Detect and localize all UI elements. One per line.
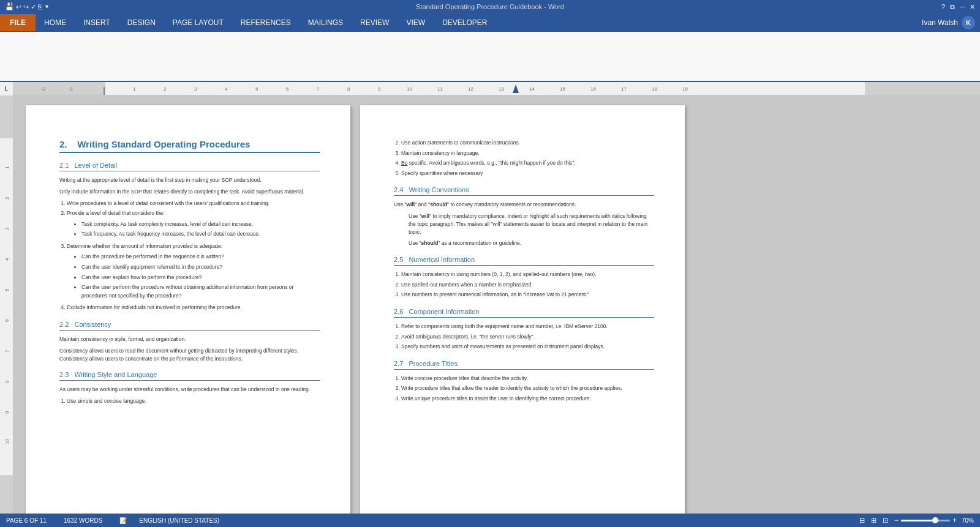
svg-text:3: 3: [4, 227, 10, 230]
zoom-control: − + 70%: [894, 516, 974, 525]
svg-text:3: 3: [194, 86, 197, 92]
svg-text:9: 9: [378, 86, 381, 92]
file-tab[interactable]: FILE: [0, 14, 36, 31]
writing-style-continued-list: Use action statements to communicate ins…: [394, 139, 654, 178]
tab-home[interactable]: HOME: [36, 14, 75, 31]
tab-design[interactable]: DESIGN: [119, 14, 164, 31]
tab-review[interactable]: REVIEW: [352, 14, 398, 31]
component-item-1: Refer to components using both the equip…: [401, 323, 654, 331]
consistency-para1: Maintain consistency in style, format, a…: [59, 335, 320, 343]
svg-rect-0: [13, 82, 980, 95]
help-button[interactable]: ?: [941, 3, 945, 10]
horizontal-ruler: -2 -1 1 2 3 4 5 6 7 8 9 10 11 12 13 14 1…: [13, 82, 980, 95]
svg-text:7: 7: [317, 86, 320, 92]
level-detail-para2: Only include information in the SOP that…: [59, 188, 320, 196]
svg-rect-26: [0, 95, 13, 514]
section-2-4-heading: 2.4 Writing Conventions: [394, 186, 654, 196]
writing-conventions-para1: Use "will" and "should" to convey mandat…: [394, 201, 654, 209]
tab-references[interactable]: REFERENCES: [232, 14, 300, 31]
avatar[interactable]: K: [962, 16, 975, 29]
ribbon-groups: [5, 54, 975, 59]
bullet-task-frequency: Task frequency. As task frequency increa…: [81, 230, 320, 239]
svg-text:8: 8: [4, 380, 10, 383]
svg-text:12: 12: [468, 86, 473, 92]
svg-text:2: 2: [4, 196, 10, 200]
redo-icon[interactable]: ↪: [23, 3, 29, 11]
zoom-slider-fill: [901, 520, 935, 521]
minimize-button[interactable]: ─: [960, 3, 965, 10]
svg-text:7: 7: [4, 349, 10, 353]
list-item-4: Exclude information for individuals not …: [67, 304, 320, 312]
svg-text:5: 5: [255, 86, 258, 92]
language-indicator: ENGLISH (UNITED STATES): [139, 517, 219, 524]
undo-icon[interactable]: ↩: [16, 3, 21, 11]
zoom-slider-track[interactable]: [901, 520, 950, 521]
word-count: 1632 WORDS: [64, 517, 102, 524]
svg-text:13: 13: [499, 86, 504, 92]
level-detail-para1: Writing at the appropriate level of deta…: [59, 176, 320, 184]
view-toggle-button[interactable]: L: [0, 82, 13, 95]
tab-insert[interactable]: INSERT: [75, 14, 119, 31]
svg-rect-28: [0, 475, 13, 514]
svg-rect-27: [0, 95, 13, 138]
user-name: Ivan Walsh: [922, 18, 958, 27]
continued-list-item-4: Be specific. Avoid ambiguous words, e.g.…: [401, 159, 654, 168]
svg-text:14: 14: [529, 86, 535, 92]
list-item-1: Write procedures to a level of detail co…: [67, 200, 320, 208]
will-indent: Use "will" to imply mandatory compliance…: [409, 212, 654, 236]
svg-text:-2: -2: [41, 86, 46, 92]
save-icon[interactable]: 💾: [5, 2, 14, 11]
style-list-item-1: Use simple and concise language.: [67, 397, 320, 406]
svg-rect-1: [13, 82, 105, 95]
repeat-icon[interactable]: ⎘: [38, 3, 42, 10]
sub-bullet-list: Task complexity. As task complexity incr…: [67, 220, 320, 239]
consistency-para2: Consistency allows users to read the doc…: [59, 347, 320, 363]
zoom-in-button[interactable]: +: [952, 516, 957, 525]
page-6: Use action statements to communicate ins…: [360, 105, 685, 514]
section-2-5-heading: 2.5 Numerical Information: [394, 256, 654, 266]
component-info-list: Refer to components using both the equip…: [394, 323, 654, 351]
svg-text:-1: -1: [69, 86, 74, 92]
web-layout-icon[interactable]: ⊡: [883, 517, 888, 525]
numerical-item-2: Use spelled-out numbers when a number is…: [401, 281, 654, 290]
component-item-3: Specify numbers and units of measurement…: [401, 343, 654, 351]
tab-view[interactable]: VIEW: [398, 14, 434, 31]
close-button[interactable]: ✕: [970, 3, 975, 11]
svg-text:19: 19: [682, 86, 688, 92]
svg-text:1: 1: [4, 166, 10, 169]
sub-bullet-list-2: Can the procedure be performed in the se…: [67, 253, 320, 300]
section-2-3-heading: 2.3 Writing Style and Language: [59, 371, 320, 381]
print-layout-icon[interactable]: ⊟: [859, 517, 865, 525]
bullet-no-additional-info: Can the user perform the procedure witho…: [81, 283, 320, 300]
svg-text:10: 10: [407, 86, 412, 92]
section-2-6-heading: 2.6 Component Information: [394, 308, 654, 318]
dropdown-icon[interactable]: ▼: [44, 4, 50, 10]
svg-text:18: 18: [652, 86, 657, 92]
bullet-equipment-identified: Can the user identify equipment referred…: [81, 263, 320, 272]
svg-text:17: 17: [621, 86, 627, 92]
page-indicator: PAGE 6 OF 11: [6, 517, 47, 524]
section-2-1-heading: 2.1 Level of Detail: [59, 162, 320, 171]
bullet-user-explain: Can the user explain how to perform the …: [81, 274, 320, 282]
list-item-2: Provide a level of detail that considers…: [67, 209, 320, 239]
tab-mailings[interactable]: MAILINGS: [300, 14, 352, 31]
procedure-titles-item-1: Write concise procedure titles that desc…: [401, 375, 654, 383]
zoom-slider-thumb: [932, 517, 938, 523]
tab-page-layout[interactable]: PAGE LAYOUT: [164, 14, 232, 31]
numerical-item-1: Maintain consistency in using numbers (0…: [401, 271, 654, 279]
full-screen-icon[interactable]: ⊞: [871, 517, 876, 525]
restore-button[interactable]: ⧉: [950, 3, 955, 11]
component-item-2: Avoid ambiguous descriptors, i.e. "the s…: [401, 333, 654, 342]
svg-text:2: 2: [164, 86, 167, 92]
writing-style-para1: As users may be working under stressful …: [59, 386, 320, 394]
section-2-title: 2. Writing Standard Operating Procedures: [59, 139, 320, 153]
tab-developer[interactable]: DEVELOPER: [434, 14, 496, 31]
spelling-icon[interactable]: ✓: [31, 3, 36, 11]
zoom-out-button[interactable]: −: [894, 516, 899, 525]
should-indent: Use "should" as a recommendation or guid…: [409, 239, 654, 247]
svg-text:10: 10: [4, 439, 10, 444]
window-title: Standard Operating Procedure Guidebook -…: [416, 3, 564, 10]
continued-list-item-2: Use action statements to communicate ins…: [401, 139, 654, 148]
svg-text:4: 4: [4, 258, 10, 261]
numerical-item-3: Use numbers to present numerical informa…: [401, 291, 654, 299]
